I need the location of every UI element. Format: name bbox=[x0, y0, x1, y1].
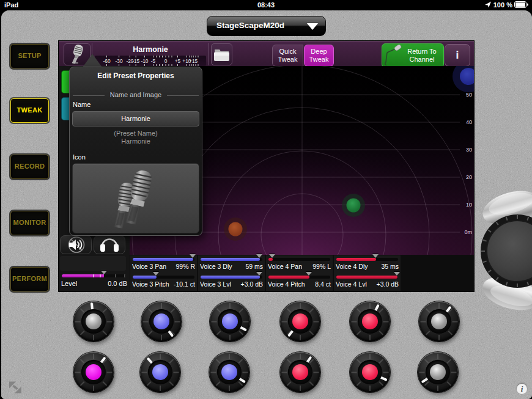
svg-text:30: 30 bbox=[466, 147, 472, 153]
svg-text:-60: -60 bbox=[103, 58, 111, 64]
svg-text:0: 0 bbox=[164, 58, 168, 64]
svg-text:0m: 0m bbox=[464, 229, 472, 235]
svg-text:-15: -15 bbox=[132, 58, 139, 64]
svg-text:20: 20 bbox=[466, 174, 472, 180]
svg-text:40: 40 bbox=[466, 119, 472, 125]
svg-text:-5: -5 bbox=[151, 58, 156, 64]
svg-text:-30: -30 bbox=[116, 58, 123, 64]
svg-text:50: 50 bbox=[466, 92, 472, 98]
svg-text:10: 10 bbox=[466, 202, 472, 208]
svg-text:-10: -10 bbox=[141, 58, 148, 64]
svg-text:+5: +5 bbox=[175, 58, 181, 64]
svg-text:+15: +15 bbox=[189, 58, 198, 64]
